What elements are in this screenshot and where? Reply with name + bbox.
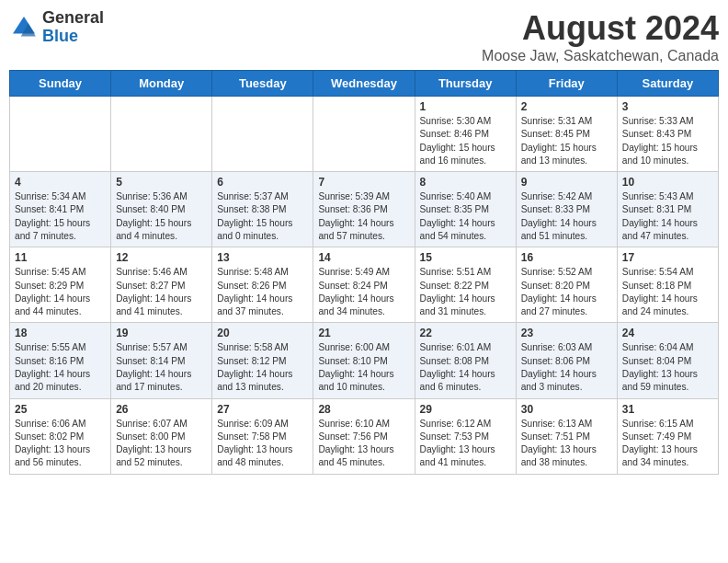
day-info: Sunrise: 6:07 AMSunset: 8:00 PMDaylight:… xyxy=(116,418,207,470)
day-cell-0-3 xyxy=(313,97,415,172)
day-number: 4 xyxy=(15,176,106,189)
day-info: Sunrise: 5:37 AMSunset: 8:38 PMDaylight:… xyxy=(217,190,308,243)
day-info: Sunrise: 6:12 AMSunset: 7:53 PMDaylight:… xyxy=(420,418,511,470)
header-friday: Friday xyxy=(516,71,617,97)
day-cell-0-2 xyxy=(212,97,313,172)
day-info: Sunrise: 6:10 AMSunset: 7:56 PMDaylight:… xyxy=(318,418,409,470)
day-cell-4-3: 28Sunrise: 6:10 AMSunset: 7:56 PMDayligh… xyxy=(313,398,415,474)
day-cell-3-2: 20Sunrise: 5:58 AMSunset: 8:12 PMDayligh… xyxy=(212,323,313,398)
day-cell-4-0: 25Sunrise: 6:06 AMSunset: 8:02 PMDayligh… xyxy=(10,398,111,474)
logo-icon xyxy=(9,13,39,42)
day-number: 7 xyxy=(318,176,409,189)
day-info: Sunrise: 5:30 AMSunset: 8:46 PMDaylight:… xyxy=(420,115,511,167)
day-number: 15 xyxy=(420,251,511,264)
header-saturday: Saturday xyxy=(617,71,718,97)
day-cell-4-2: 27Sunrise: 6:09 AMSunset: 7:58 PMDayligh… xyxy=(212,398,313,474)
calendar-table: Sunday Monday Tuesday Wednesday Thursday… xyxy=(9,70,719,475)
day-cell-2-1: 12Sunrise: 5:46 AMSunset: 8:27 PMDayligh… xyxy=(111,247,212,323)
day-cell-3-4: 22Sunrise: 6:01 AMSunset: 8:08 PMDayligh… xyxy=(415,323,516,398)
day-number: 30 xyxy=(521,403,612,416)
day-cell-0-6: 3Sunrise: 5:33 AMSunset: 8:43 PMDaylight… xyxy=(617,97,718,172)
day-cell-0-0 xyxy=(10,97,111,172)
day-number: 31 xyxy=(622,403,713,416)
header-wednesday: Wednesday xyxy=(313,71,415,97)
day-number: 5 xyxy=(116,176,207,189)
header-row: Sunday Monday Tuesday Wednesday Thursday… xyxy=(10,71,719,97)
day-info: Sunrise: 5:51 AMSunset: 8:22 PMDaylight:… xyxy=(420,266,511,318)
day-cell-1-4: 8Sunrise: 5:40 AMSunset: 8:35 PMDaylight… xyxy=(415,172,516,247)
day-info: Sunrise: 5:46 AMSunset: 8:27 PMDaylight:… xyxy=(116,266,207,318)
day-number: 25 xyxy=(15,403,106,416)
week-row-2: 4Sunrise: 5:34 AMSunset: 8:41 PMDaylight… xyxy=(10,172,719,247)
day-number: 11 xyxy=(15,251,106,264)
day-info: Sunrise: 5:33 AMSunset: 8:43 PMDaylight:… xyxy=(622,115,713,167)
day-number: 14 xyxy=(318,251,409,264)
day-number: 27 xyxy=(217,403,308,416)
day-number: 1 xyxy=(420,100,511,113)
day-info: Sunrise: 5:58 AMSunset: 8:12 PMDaylight:… xyxy=(217,341,308,394)
day-number: 16 xyxy=(521,251,612,264)
logo-text: General Blue xyxy=(42,9,104,46)
week-row-4: 18Sunrise: 5:55 AMSunset: 8:16 PMDayligh… xyxy=(10,323,719,398)
day-info: Sunrise: 6:09 AMSunset: 7:58 PMDaylight:… xyxy=(217,418,308,470)
day-cell-0-5: 2Sunrise: 5:31 AMSunset: 8:45 PMDaylight… xyxy=(516,97,617,172)
day-number: 18 xyxy=(15,327,106,339)
day-info: Sunrise: 5:34 AMSunset: 8:41 PMDaylight:… xyxy=(15,190,106,243)
logo: General Blue xyxy=(9,9,104,46)
day-cell-1-5: 9Sunrise: 5:42 AMSunset: 8:33 PMDaylight… xyxy=(516,172,617,247)
day-cell-3-6: 24Sunrise: 6:04 AMSunset: 8:04 PMDayligh… xyxy=(617,323,718,398)
day-cell-2-5: 16Sunrise: 5:52 AMSunset: 8:20 PMDayligh… xyxy=(516,247,617,323)
day-cell-4-5: 30Sunrise: 6:13 AMSunset: 7:51 PMDayligh… xyxy=(516,398,617,474)
week-row-1: 1Sunrise: 5:30 AMSunset: 8:46 PMDaylight… xyxy=(10,97,719,172)
day-cell-1-6: 10Sunrise: 5:43 AMSunset: 8:31 PMDayligh… xyxy=(617,172,718,247)
day-info: Sunrise: 5:52 AMSunset: 8:20 PMDaylight:… xyxy=(521,266,612,318)
day-number: 10 xyxy=(622,176,713,189)
day-info: Sunrise: 5:43 AMSunset: 8:31 PMDaylight:… xyxy=(622,190,713,243)
day-info: Sunrise: 5:39 AMSunset: 8:36 PMDaylight:… xyxy=(318,190,409,243)
day-info: Sunrise: 5:45 AMSunset: 8:29 PMDaylight:… xyxy=(15,266,106,318)
day-cell-0-1 xyxy=(111,97,212,172)
logo-general-text: General xyxy=(42,9,104,28)
day-cell-2-2: 13Sunrise: 5:48 AMSunset: 8:26 PMDayligh… xyxy=(212,247,313,323)
day-cell-2-4: 15Sunrise: 5:51 AMSunset: 8:22 PMDayligh… xyxy=(415,247,516,323)
day-number: 20 xyxy=(217,327,308,339)
day-info: Sunrise: 5:36 AMSunset: 8:40 PMDaylight:… xyxy=(116,190,207,243)
day-cell-3-1: 19Sunrise: 5:57 AMSunset: 8:14 PMDayligh… xyxy=(111,323,212,398)
day-info: Sunrise: 5:55 AMSunset: 8:16 PMDaylight:… xyxy=(15,341,106,394)
day-number: 3 xyxy=(622,100,713,113)
header-sunday: Sunday xyxy=(10,71,111,97)
day-number: 13 xyxy=(217,251,308,264)
day-info: Sunrise: 6:06 AMSunset: 8:02 PMDaylight:… xyxy=(15,418,106,470)
day-cell-1-0: 4Sunrise: 5:34 AMSunset: 8:41 PMDaylight… xyxy=(10,172,111,247)
day-info: Sunrise: 6:13 AMSunset: 7:51 PMDaylight:… xyxy=(521,418,612,470)
day-number: 26 xyxy=(116,403,207,416)
subtitle: Moose Jaw, Saskatchewan, Canada xyxy=(482,48,719,64)
day-info: Sunrise: 5:40 AMSunset: 8:35 PMDaylight:… xyxy=(420,190,511,243)
day-number: 9 xyxy=(521,176,612,189)
day-info: Sunrise: 5:49 AMSunset: 8:24 PMDaylight:… xyxy=(318,266,409,318)
day-number: 21 xyxy=(318,327,409,339)
day-number: 12 xyxy=(116,251,207,264)
day-number: 17 xyxy=(622,251,713,264)
day-info: Sunrise: 5:42 AMSunset: 8:33 PMDaylight:… xyxy=(521,190,612,243)
day-cell-4-6: 31Sunrise: 6:15 AMSunset: 7:49 PMDayligh… xyxy=(617,398,718,474)
day-info: Sunrise: 6:04 AMSunset: 8:04 PMDaylight:… xyxy=(622,341,713,394)
day-cell-3-3: 21Sunrise: 6:00 AMSunset: 8:10 PMDayligh… xyxy=(313,323,415,398)
day-info: Sunrise: 5:48 AMSunset: 8:26 PMDaylight:… xyxy=(217,266,308,318)
title-area: August 2024 Moose Jaw, Saskatchewan, Can… xyxy=(482,9,719,64)
main-title: August 2024 xyxy=(482,9,719,48)
day-info: Sunrise: 6:01 AMSunset: 8:08 PMDaylight:… xyxy=(420,341,511,394)
day-cell-4-4: 29Sunrise: 6:12 AMSunset: 7:53 PMDayligh… xyxy=(415,398,516,474)
day-number: 6 xyxy=(217,176,308,189)
logo-blue-text: Blue xyxy=(42,28,104,46)
day-number: 24 xyxy=(622,327,713,339)
day-number: 2 xyxy=(521,100,612,113)
day-info: Sunrise: 6:15 AMSunset: 7:49 PMDaylight:… xyxy=(622,418,713,470)
day-info: Sunrise: 5:31 AMSunset: 8:45 PMDaylight:… xyxy=(521,115,612,167)
header-monday: Monday xyxy=(111,71,212,97)
day-info: Sunrise: 5:54 AMSunset: 8:18 PMDaylight:… xyxy=(622,266,713,318)
day-cell-1-2: 6Sunrise: 5:37 AMSunset: 8:38 PMDaylight… xyxy=(212,172,313,247)
day-number: 29 xyxy=(420,403,511,416)
day-cell-1-3: 7Sunrise: 5:39 AMSunset: 8:36 PMDaylight… xyxy=(313,172,415,247)
day-number: 19 xyxy=(116,327,207,339)
